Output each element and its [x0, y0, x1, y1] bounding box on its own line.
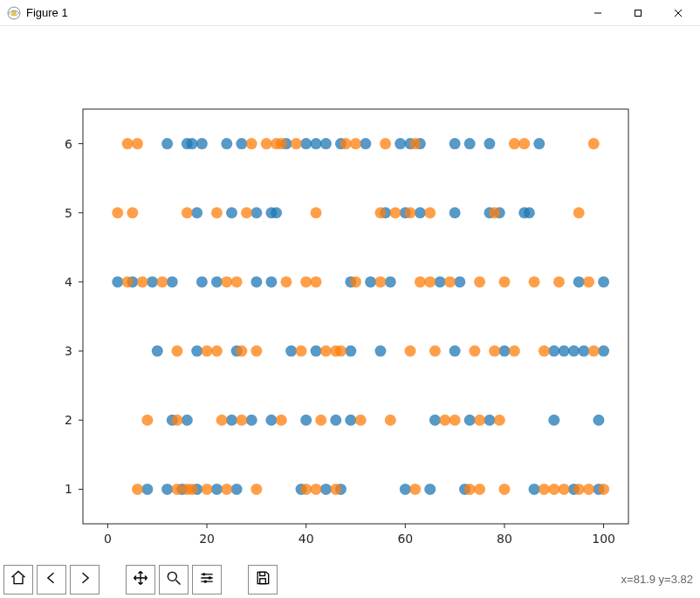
scatter-point [350, 276, 361, 287]
scatter-point [211, 484, 223, 495]
scatter-point [385, 415, 396, 426]
scatter-point [182, 415, 193, 426]
scatter-point [529, 276, 540, 287]
scatter-point [439, 415, 450, 426]
scatter-point [246, 415, 257, 426]
scatter-point [202, 346, 213, 357]
move-icon [132, 569, 149, 589]
scatter-point [548, 484, 559, 495]
scatter-point [226, 207, 237, 218]
home-icon [10, 569, 27, 589]
scatter-point [250, 276, 262, 287]
x-tick-label: 60 [397, 532, 413, 546]
plot-canvas[interactable]: 020406080100123456 [0, 26, 700, 560]
forward-button[interactable] [70, 565, 100, 595]
scatter-point [112, 207, 123, 218]
scatter-point [395, 138, 406, 149]
scatter-point [335, 346, 347, 357]
svg-rect-7 [260, 572, 265, 575]
scatter-point [141, 415, 153, 426]
scatter-point [250, 207, 262, 218]
svg-point-6 [204, 581, 207, 583]
scatter-point [409, 484, 421, 495]
zoom-button[interactable] [159, 565, 189, 595]
scatter-point [265, 276, 277, 287]
matplotlib-toolbar: x=81.9 y=3.82 [0, 560, 700, 598]
scatter-point [320, 484, 332, 495]
scatter-point [450, 138, 461, 149]
scatter-point [311, 346, 322, 357]
scatter-point [374, 346, 386, 357]
scatter-point [171, 484, 182, 495]
configure-subplots-button[interactable] [192, 565, 222, 595]
scatter-point [498, 276, 510, 287]
scatter-point [250, 346, 262, 357]
scatter-point [424, 207, 436, 218]
scatter-point [529, 484, 540, 495]
scatter-point [518, 138, 530, 149]
svg-point-5 [209, 576, 211, 579]
svg-point-1 [11, 10, 17, 16]
scatter-point [300, 138, 312, 149]
window-close-button[interactable] [658, 0, 698, 26]
svg-rect-2 [635, 10, 642, 16]
scatter-point [598, 484, 609, 495]
scatter-point [221, 276, 232, 287]
scatter-point [524, 207, 535, 218]
scatter-point [311, 276, 322, 287]
scatter-point [509, 138, 520, 149]
back-button[interactable] [37, 565, 66, 595]
scatter-point [583, 484, 594, 495]
scatter-point [464, 484, 476, 495]
scatter-point [291, 138, 302, 149]
scatter-point [429, 346, 441, 357]
scatter-point [320, 346, 332, 357]
scatter-point [345, 415, 356, 426]
scatter-point [311, 207, 322, 218]
scatter-point [484, 415, 495, 426]
scatter-point [598, 276, 609, 287]
scatter-point [539, 484, 550, 495]
scatter-point [276, 415, 287, 426]
scatter-point [548, 346, 559, 357]
arrow-left-icon [43, 569, 60, 589]
scatter-point [152, 346, 163, 357]
scatter-point [171, 415, 182, 426]
scatter-point [300, 415, 312, 426]
window-minimize-button[interactable] [578, 0, 618, 26]
scatter-point [187, 138, 198, 149]
scatter-point [444, 276, 456, 287]
x-tick-label: 80 [497, 532, 512, 546]
scatter-point [469, 346, 480, 357]
scatter-point [311, 138, 322, 149]
scatter-point [583, 276, 594, 287]
scatter-point [330, 484, 341, 495]
scatter-point [221, 138, 232, 149]
scatter-point [300, 276, 312, 287]
scatter-point [246, 138, 257, 149]
scatter-point [573, 484, 585, 495]
scatter-point [300, 484, 312, 495]
save-button[interactable] [248, 565, 278, 595]
x-tick-label: 0 [104, 532, 112, 546]
window-maximize-button[interactable] [618, 0, 658, 26]
scatter-point [360, 138, 371, 149]
scatter-point [137, 276, 148, 287]
home-button[interactable] [3, 565, 33, 595]
scatter-point [405, 207, 416, 218]
scatter-point [464, 138, 476, 149]
scatter-point [400, 484, 411, 495]
y-tick-label: 6 [65, 137, 72, 151]
scatter-point [236, 415, 247, 426]
scatter-point [474, 415, 485, 426]
scatter-point [122, 276, 134, 287]
scatter-point [489, 346, 500, 357]
cursor-coordinates: x=81.9 y=3.82 [281, 573, 697, 586]
scatter-point [598, 346, 609, 357]
scatter-point [221, 484, 232, 495]
scatter-point [548, 415, 559, 426]
scatter-point [568, 346, 580, 357]
scatter-point [435, 276, 446, 287]
scatter-point [191, 346, 202, 357]
pan-button[interactable] [126, 565, 155, 595]
